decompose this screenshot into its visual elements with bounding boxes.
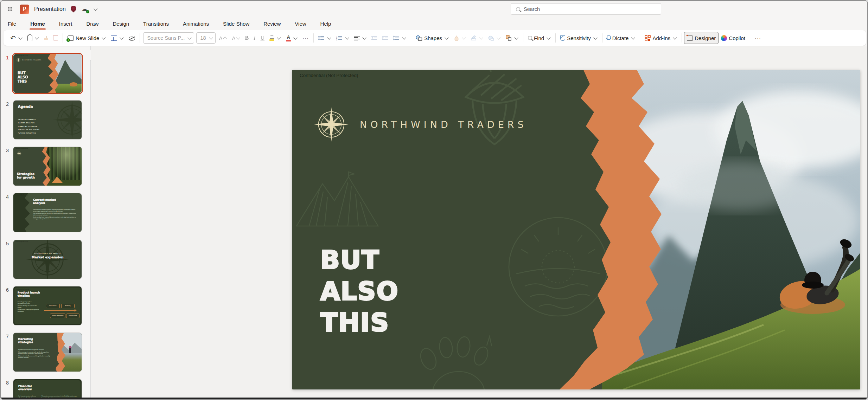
bold-button[interactable]: B <box>243 32 251 44</box>
sensitivity-shield-icon[interactable] <box>71 6 76 13</box>
slide-thumbnail-1[interactable]: Confidential (Not Protected) NORTHWIND T… <box>13 54 82 93</box>
sun-watermark-icon <box>505 214 611 320</box>
menu-insert[interactable]: Insert <box>58 19 73 28</box>
copilot-icon <box>721 35 727 41</box>
new-slide-icon <box>68 36 74 41</box>
decrease-indent-icon <box>371 36 377 40</box>
search-input[interactable]: Search <box>511 3 661 15</box>
thumbnail-row-3: 3 Confidential (Not Protected) Strategie… <box>1 147 90 188</box>
delete-button[interactable] <box>51 32 60 44</box>
highlight-color-button[interactable] <box>267 32 283 44</box>
confidential-label: Confidential (Not Protected) <box>15 55 28 57</box>
line-spacing-button[interactable] <box>391 32 409 44</box>
app-launcher-icon[interactable] <box>8 7 13 12</box>
highlighter-icon <box>269 35 274 41</box>
bullets-button[interactable] <box>316 32 334 44</box>
ribbon-overflow-button[interactable]: ··· <box>752 32 764 44</box>
grow-font-button[interactable]: A <box>217 32 230 44</box>
copilot-button[interactable]: Copilot <box>719 32 748 44</box>
more-font-options-button[interactable]: ··· <box>300 32 311 44</box>
shapes-icon <box>416 35 422 41</box>
menu-help[interactable]: Help <box>320 19 332 28</box>
compass-logo-icon <box>314 107 349 142</box>
font-color-icon: A <box>286 35 291 41</box>
shape-outline-icon <box>471 36 477 41</box>
font-color-button[interactable]: A <box>283 32 300 44</box>
hide-slide-button[interactable] <box>126 32 138 44</box>
italic-button[interactable]: I <box>251 32 258 44</box>
designer-button[interactable]: Designer <box>684 32 719 44</box>
sensitivity-icon <box>560 35 565 41</box>
layout-icon <box>111 36 117 41</box>
slide-thumbnail-5[interactable]: Confidential (Not Protected) EXPANDING I… <box>13 240 82 279</box>
find-button[interactable]: Find <box>525 32 553 44</box>
shape-fill-button[interactable] <box>451 32 468 44</box>
sensitivity-button[interactable]: Sensitivity <box>558 32 600 44</box>
bullet-list-icon <box>318 36 325 40</box>
menu-animations[interactable]: Animations <box>182 19 210 28</box>
save-status-icon[interactable]: ☁ ✓ <box>81 6 88 13</box>
menu-review[interactable]: Review <box>263 19 281 28</box>
paste-button[interactable] <box>25 32 42 44</box>
search-placeholder: Search <box>524 6 540 12</box>
menu-view[interactable]: View <box>294 19 307 28</box>
align-button[interactable] <box>352 32 369 44</box>
dictate-button[interactable]: Dictate <box>605 32 638 44</box>
numbering-button[interactable]: 123 <box>334 32 352 44</box>
saved-check-icon: ✓ <box>86 10 89 13</box>
menu-design[interactable]: Design <box>112 19 130 28</box>
brand-header: NORTHWIND TRADERS <box>314 107 527 142</box>
slide-thumbnail-6[interactable]: Confidential (Not Protected) Product lau… <box>13 286 82 325</box>
divider <box>640 33 640 43</box>
decrease-indent-button[interactable] <box>369 32 380 44</box>
menu-file[interactable]: File <box>7 19 17 28</box>
layout-button[interactable] <box>108 32 126 44</box>
thumbnail-row-8: 8 Confidential (Not Protected) Financial… <box>1 379 90 400</box>
increase-indent-button[interactable] <box>380 32 391 44</box>
slide-3-number: 3 <box>4 148 11 153</box>
slide-title[interactable]: BUT ALSO THIS <box>320 244 399 338</box>
slide-thumbnail-3[interactable]: Confidential (Not Protected) Strategies … <box>13 147 82 186</box>
confidential-watermark: Confidential (Not Protected) <box>300 73 358 78</box>
divider <box>523 33 523 43</box>
slide-thumbnail-4[interactable]: Confidential (Not Protected) Current mar… <box>13 193 82 232</box>
save-status-chevron-icon[interactable] <box>94 7 97 11</box>
new-slide-button[interactable]: New Slide <box>65 32 109 44</box>
divider <box>411 33 411 43</box>
divider <box>140 33 140 43</box>
menu-home[interactable]: Home <box>30 19 46 28</box>
slide-6-number: 6 <box>4 287 11 293</box>
underline-button[interactable]: U <box>258 32 267 44</box>
menu-draw[interactable]: Draw <box>85 19 99 28</box>
undo-button[interactable]: ↶ <box>8 32 25 44</box>
font-name-select[interactable]: Source Sans P... <box>143 32 194 44</box>
compass-watermark-icon <box>26 240 69 279</box>
align-icon <box>354 36 360 40</box>
slide-thumbnail-7[interactable]: Marketing strategies Implement personali… <box>13 333 82 372</box>
slide-5-number: 5 <box>4 241 11 246</box>
slide-thumbnail-2[interactable]: Agenda GROWTH STRATEGYMARKET ANALYSISFIN… <box>13 101 82 139</box>
brand-name: NORTHWIND TRADERS <box>360 119 527 130</box>
paw-watermark-icon <box>414 334 509 389</box>
shapes-button[interactable]: Shapes <box>413 32 451 44</box>
slide-canvas[interactable]: Confidential (Not Protected) <box>292 70 860 389</box>
shape-outline-button[interactable] <box>468 32 486 44</box>
arrange-button[interactable] <box>503 32 521 44</box>
slide-thumbnail-8[interactable]: Confidential (Not Protected) Financial o… <box>13 379 82 400</box>
menu-slide-show[interactable]: Slide Show <box>222 19 250 28</box>
microphone-icon <box>607 35 611 40</box>
format-painter-button[interactable] <box>42 32 51 44</box>
font-size-select[interactable]: 18 <box>196 32 215 44</box>
taskbar-edge <box>1 398 867 399</box>
menu-transitions[interactable]: Transitions <box>142 19 170 28</box>
slide-1-number: 1 <box>4 55 11 60</box>
ribbon-toolbar: ↶ New Slide Source Sans P... 18 A A B I … <box>4 30 866 46</box>
shape-effects-button[interactable] <box>486 32 503 44</box>
powerpoint-logo-icon[interactable]: P <box>20 5 29 14</box>
thumbnail-row-6: 6 Confidential (Not Protected) Product l… <box>1 286 90 327</box>
shrink-font-button[interactable]: A <box>230 32 243 44</box>
add-ins-button[interactable]: Add-ins <box>642 32 679 44</box>
thumbnail-row-2: 2 Agenda GROWTH STRATEGYMARKET ANALYSISF… <box>1 101 90 141</box>
document-title[interactable]: Presentation <box>34 6 66 12</box>
add-ins-icon <box>645 35 651 41</box>
